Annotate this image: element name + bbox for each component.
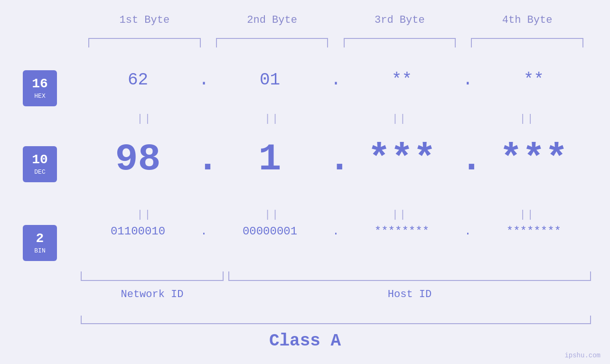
- bracket-network: [81, 271, 224, 281]
- bracket-host: [228, 271, 591, 281]
- eq-row-2: || || || ||: [81, 209, 591, 221]
- eq-1-4: ||: [471, 113, 583, 125]
- bin-badge-number: 2: [36, 232, 44, 246]
- network-id-label: Network ID: [81, 289, 224, 300]
- dec-badge: 10 DEC: [23, 146, 57, 182]
- bin-byte3: ********: [346, 225, 458, 238]
- dec-dot-2: .: [328, 138, 343, 181]
- hex-badge-label: HEX: [34, 93, 45, 100]
- dec-byte4: ***: [478, 138, 590, 181]
- bin-dot-3: .: [460, 225, 475, 238]
- bin-byte4: ********: [478, 225, 590, 238]
- eq-2-2: ||: [216, 209, 328, 221]
- hex-dot-2: .: [328, 70, 343, 90]
- hex-byte3: **: [346, 70, 458, 90]
- bracket-top-3: [344, 38, 456, 47]
- labels-row: Network ID Host ID: [81, 289, 591, 300]
- eq-2-3: ||: [344, 209, 456, 221]
- hex-dot-1: .: [196, 70, 211, 90]
- eq-1-3: ||: [344, 113, 456, 125]
- dec-badge-number: 10: [32, 153, 48, 168]
- hex-byte1: 62: [82, 70, 194, 90]
- dec-dot-1: .: [196, 138, 211, 181]
- bracket-top-1: [88, 38, 201, 47]
- bin-badge: 2 BIN: [23, 225, 57, 261]
- bracket-top-2: [216, 38, 328, 47]
- host-id-label: Host ID: [228, 289, 591, 300]
- hex-byte4: **: [478, 70, 590, 90]
- hex-row: 62 . 01 . ** . **: [81, 70, 591, 90]
- class-label: Class A: [0, 331, 610, 351]
- bin-dot-2: .: [328, 225, 343, 238]
- dec-badge-label: DEC: [34, 168, 45, 176]
- bin-row: 01100010 . 00000001 . ******** . *******…: [81, 225, 591, 238]
- dec-dot-3: .: [460, 138, 475, 181]
- eq-1-2: ||: [216, 113, 328, 125]
- col-header-4: 4th Byte: [463, 14, 591, 26]
- eq-2-4: ||: [471, 209, 583, 221]
- eq-row-1: || || || ||: [81, 113, 591, 125]
- bracket-top-4: [471, 38, 583, 47]
- bin-badge-label: BIN: [34, 247, 45, 254]
- hex-byte2: 01: [214, 70, 326, 90]
- top-brackets: [81, 38, 591, 47]
- column-headers: 1st Byte 2nd Byte 3rd Byte 4th Byte: [81, 14, 591, 26]
- bin-byte1: 01100010: [82, 225, 194, 238]
- dec-byte2: 1: [214, 138, 326, 181]
- bottom-brackets: [81, 271, 591, 281]
- hex-badge: 16 HEX: [23, 70, 57, 106]
- bin-byte2: 00000001: [214, 225, 326, 238]
- dec-row: 98 . 1 . *** . ***: [81, 138, 591, 181]
- hex-dot-3: .: [460, 70, 475, 90]
- eq-1-1: ||: [88, 113, 201, 125]
- dec-byte1: 98: [82, 138, 194, 181]
- main-container: 16 HEX 10 DEC 2 BIN 1st Byte 2nd Byte 3r…: [0, 0, 610, 364]
- col-header-1: 1st Byte: [81, 14, 208, 26]
- col-header-2: 2nd Byte: [208, 14, 336, 26]
- eq-2-1: ||: [88, 209, 201, 221]
- dec-byte3: ***: [346, 138, 458, 181]
- watermark: ipshu.com: [564, 352, 601, 359]
- hex-badge-number: 16: [32, 77, 48, 92]
- col-header-3: 3rd Byte: [336, 14, 464, 26]
- bin-dot-1: .: [196, 225, 211, 238]
- class-bracket: [81, 316, 591, 324]
